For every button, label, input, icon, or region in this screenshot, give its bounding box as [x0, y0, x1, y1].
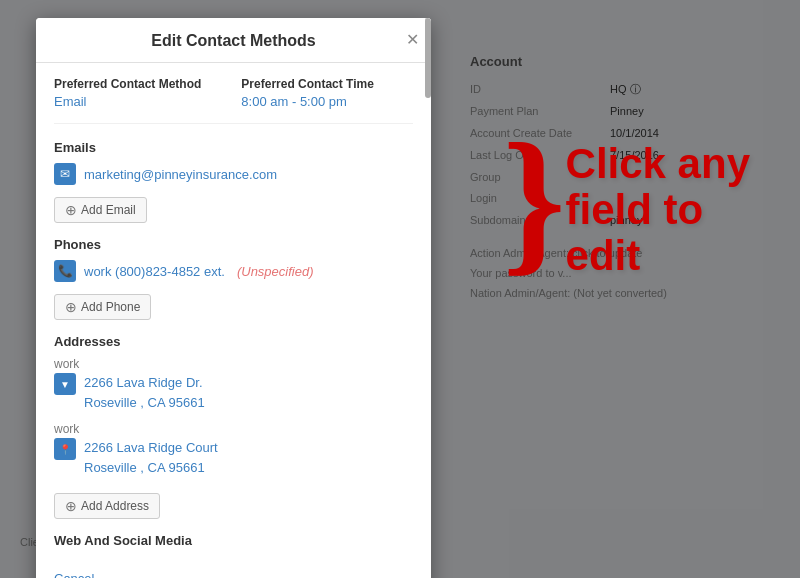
address-line2-1: Roseville , CA 95661: [84, 460, 205, 475]
address-item-1[interactable]: work 📍 2266 Lava Ridge Court Roseville ,…: [54, 422, 413, 477]
address-type-1: work: [54, 422, 413, 436]
map-icon-0: ▼: [54, 373, 76, 395]
close-button[interactable]: ✕: [406, 32, 419, 48]
address-detail-1: 📍 2266 Lava Ridge Court Roseville , CA 9…: [54, 438, 413, 477]
map-icon-1: 📍: [54, 438, 76, 460]
address-type-0: work: [54, 357, 413, 371]
address-line1-0: 2266 Lava Ridge Dr.: [84, 375, 203, 390]
add-phone-label: Add Phone: [81, 300, 140, 314]
preferred-time-label: Preferred Contact Time: [241, 77, 374, 91]
preferred-row: Preferred Contact Method Email Preferred…: [54, 77, 413, 124]
address-detail-0: ▼ 2266 Lava Ridge Dr. Roseville , CA 956…: [54, 373, 413, 412]
phone-icon: 📞: [54, 260, 76, 282]
modal-header: Edit Contact Methods ✕: [36, 18, 431, 63]
phones-section-title: Phones: [54, 237, 413, 252]
address-line2-0: Roseville , CA 95661: [84, 395, 205, 410]
emails-section-title: Emails: [54, 140, 413, 155]
add-address-label: Add Address: [81, 499, 149, 513]
address-item-0[interactable]: work ▼ 2266 Lava Ridge Dr. Roseville , C…: [54, 357, 413, 412]
phone-item[interactable]: 📞 work (800)823-4852 ext. (Unspecified): [54, 260, 413, 282]
address-lines-0[interactable]: 2266 Lava Ridge Dr. Roseville , CA 95661: [84, 373, 205, 412]
address-line1-1: 2266 Lava Ridge Court: [84, 440, 218, 455]
emails-section: Emails ✉ marketing@pinneyinsurance.com ⊕…: [54, 140, 413, 223]
modal-body: Preferred Contact Method Email Preferred…: [36, 63, 431, 563]
addresses-section-title: Addresses: [54, 334, 413, 349]
preferred-method-value[interactable]: Email: [54, 94, 201, 109]
phones-section: Phones 📞 work (800)823-4852 ext. (Unspec…: [54, 237, 413, 320]
cancel-button[interactable]: Cancel: [54, 571, 94, 578]
add-phone-button[interactable]: ⊕ Add Phone: [54, 294, 151, 320]
plus-icon-phone: ⊕: [65, 299, 77, 315]
scrollbar[interactable]: [425, 18, 431, 62]
web-social-title: Web And Social Media: [54, 533, 413, 548]
web-social-section: Web And Social Media: [54, 533, 413, 548]
addresses-section: Addresses work ▼ 2266 Lava Ridge Dr. Ros…: [54, 334, 413, 519]
preferred-method-label: Preferred Contact Method: [54, 77, 201, 91]
preferred-time-value[interactable]: 8:00 am - 5:00 pm: [241, 94, 374, 109]
envelope-icon: ✉: [54, 163, 76, 185]
edit-contact-modal: Edit Contact Methods ✕ Preferred Contact…: [36, 18, 431, 578]
add-email-label: Add Email: [81, 203, 136, 217]
modal-footer: Cancel: [36, 563, 431, 578]
phone-number[interactable]: work (800)823-4852 ext.: [84, 264, 225, 279]
address-lines-1[interactable]: 2266 Lava Ridge Court Roseville , CA 956…: [84, 438, 218, 477]
add-address-button[interactable]: ⊕ Add Address: [54, 493, 160, 519]
plus-icon: ⊕: [65, 202, 77, 218]
modal-title: Edit Contact Methods: [151, 32, 315, 49]
scroll-thumb[interactable]: [425, 18, 431, 98]
preferred-method-col: Preferred Contact Method Email: [54, 77, 201, 109]
phone-unspecified: (Unspecified): [237, 264, 314, 279]
preferred-time-col: Preferred Contact Time 8:00 am - 5:00 pm: [241, 77, 374, 109]
email-address[interactable]: marketing@pinneyinsurance.com: [84, 167, 277, 182]
plus-icon-address: ⊕: [65, 498, 77, 514]
add-email-button[interactable]: ⊕ Add Email: [54, 197, 147, 223]
email-item[interactable]: ✉ marketing@pinneyinsurance.com: [54, 163, 413, 185]
